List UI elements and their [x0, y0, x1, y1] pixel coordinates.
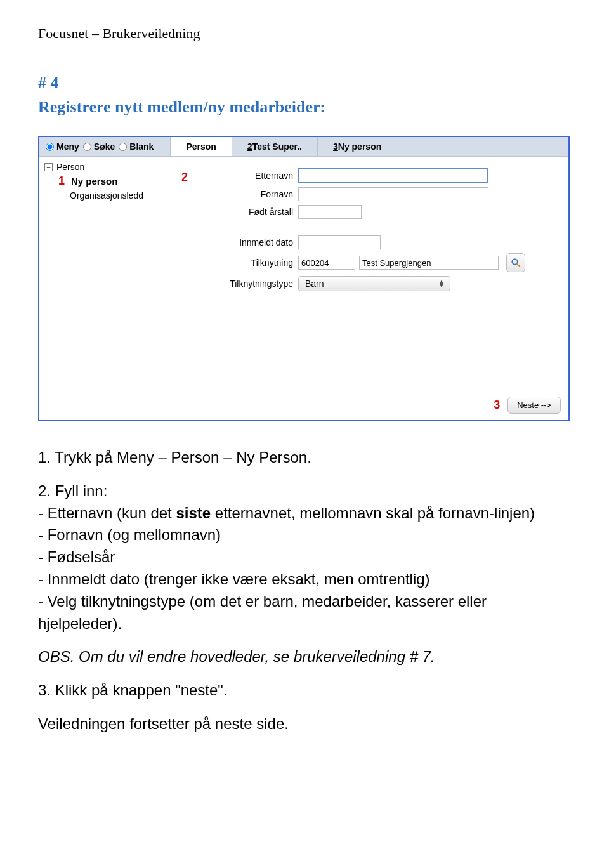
instr-step-2e: - Velg tilknytningstype (om det er barn,…: [38, 593, 487, 632]
select-tilknytningstype[interactable]: Barn ▲▼: [298, 276, 450, 291]
top-bar: Meny Søke Blank Person 2 Test Super.. 3 …: [39, 137, 568, 157]
input-tilknytning-name[interactable]: [359, 256, 499, 270]
annotation-marker-1: 1: [58, 174, 65, 188]
instr-obs: OBS. Om du vil endre hovedleder, se bruk…: [38, 646, 571, 668]
svg-line-1: [517, 264, 520, 266]
label-tilknytning: Tilknytning: [192, 258, 298, 268]
instr-step-2a-1: - Etternavn (kun det: [38, 504, 176, 522]
instr-step-2a-bold: siste: [176, 504, 211, 522]
tree-organisasjonsledd[interactable]: Organisasjonsledd: [70, 190, 143, 201]
radio-meny-label: Meny: [56, 141, 79, 152]
tab-test-super[interactable]: 2 Test Super..: [232, 137, 317, 156]
step-number: # 4: [38, 74, 571, 93]
label-tilknytningstype: Tilknytningstype: [192, 279, 298, 289]
input-fornavn[interactable]: [298, 187, 488, 201]
label-innmeldt: Innmeldt dato: [192, 237, 298, 247]
radio-soke-input[interactable]: [83, 143, 91, 151]
sidebar: − Person 1 Ny person Organisasjonsledd: [39, 157, 188, 391]
select-tilknytningstype-value: Barn: [305, 279, 324, 289]
tree-person[interactable]: Person: [56, 162, 84, 172]
neste-button[interactable]: Neste -->: [508, 397, 561, 414]
input-tilknytning-code[interactable]: [298, 256, 355, 270]
radio-blank-input[interactable]: [119, 143, 127, 151]
tab-person[interactable]: Person: [170, 137, 231, 156]
tab-ny-person[interactable]: 3 Ny person: [317, 137, 396, 156]
instr-step-2d: - Innmeldt dato (trenger ikke være eksak…: [38, 570, 430, 588]
step-title: Registrere nytt medlem/ny medarbeider:: [38, 98, 571, 117]
tree-collapse-icon[interactable]: −: [44, 163, 53, 171]
tab-test-super-prefix: 2: [247, 141, 252, 152]
label-etternavn: Etternavn: [255, 171, 293, 181]
instr-step-2-lead: 2. Fyll inn:: [38, 482, 107, 499]
instr-continue: Veiledningen fortsetter på neste side.: [38, 713, 571, 735]
page-header: Focusnet – Brukerveiledning: [38, 25, 571, 42]
input-etternavn[interactable]: [298, 168, 488, 183]
radio-meny-input[interactable]: [46, 143, 54, 151]
radio-blank-label: Blank: [129, 141, 154, 152]
instr-step-3: 3. Klikk på knappen "neste".: [38, 680, 571, 702]
label-fodt: Født årstall: [192, 207, 298, 217]
tree-ny-person: Ny person: [71, 176, 117, 187]
input-innmeldt-dato[interactable]: [298, 235, 381, 249]
instr-step-2c: - Fødselsår: [38, 548, 115, 565]
radio-blank[interactable]: Blank: [116, 141, 154, 152]
app-screenshot: Meny Søke Blank Person 2 Test Super.. 3 …: [38, 136, 570, 421]
tab-test-super-label: Test Super..: [252, 141, 302, 152]
instr-step-2b: - Fornavn (og mellomnavn): [38, 526, 221, 543]
search-tilknytning-button[interactable]: [506, 253, 525, 272]
instr-step-1: 1. Trykk på Meny – Person – Ny Person.: [38, 447, 571, 469]
annotation-marker-3: 3: [494, 398, 500, 412]
annotation-marker-2: 2: [181, 171, 188, 184]
radio-soke[interactable]: Søke: [81, 141, 115, 152]
instructions: 1. Trykk på Meny – Person – Ny Person. 2…: [38, 447, 571, 735]
instr-step-2: 2. Fyll inn: - Etternavn (kun det siste …: [38, 480, 571, 635]
input-fodt-arstall[interactable]: [298, 205, 362, 219]
instr-step-2a-2: etternavnet, mellomnavn skal på fornavn-…: [211, 504, 535, 522]
radio-meny[interactable]: Meny: [43, 141, 79, 152]
label-fornavn: Fornavn: [192, 189, 298, 199]
select-arrows-icon: ▲▼: [438, 280, 445, 287]
tab-ny-person-label: Ny person: [338, 141, 381, 152]
form-area: 2 Etternavn Fornavn Født årstall Innmeld…: [188, 157, 568, 391]
magnify-icon: [511, 258, 521, 268]
tree-ny-person-row[interactable]: 1 Ny person: [58, 173, 184, 189]
tab-ny-person-prefix: 3: [333, 141, 338, 152]
radio-soke-label: Søke: [94, 141, 115, 152]
